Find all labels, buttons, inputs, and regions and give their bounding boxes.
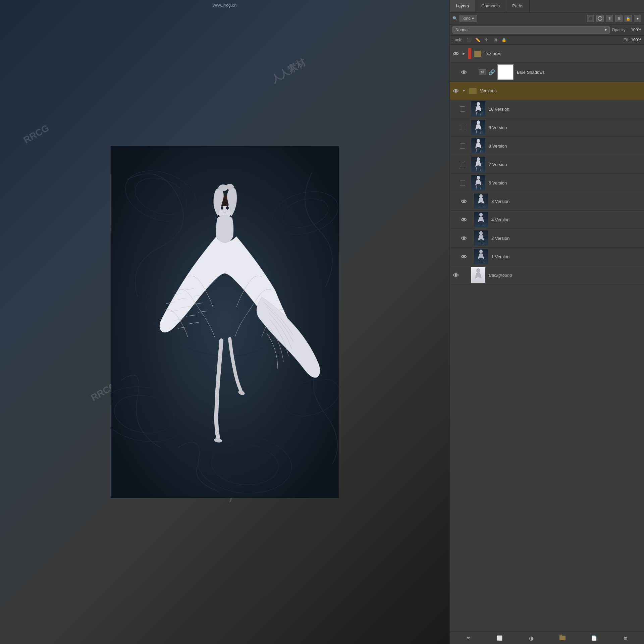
visibility-toggle[interactable] (452, 50, 460, 58)
layers-toolbar: fx ⬜ ◑ 📄 🗑 (450, 632, 644, 644)
lock-artboard-icon[interactable]: ⊞ (492, 37, 498, 43)
visibility-checkbox[interactable] (460, 125, 465, 130)
mask-thumbnail (497, 64, 514, 80)
layer-thumbnail (471, 157, 485, 172)
layer-name: 6 Version (487, 180, 642, 185)
eye-icon (461, 70, 467, 74)
blend-mode-value: Normal (455, 28, 469, 32)
layer-row[interactable]: 6 Version (450, 174, 644, 192)
visibility-toggle[interactable] (452, 271, 460, 279)
layer-name: 8 Version (487, 144, 642, 149)
svg-point-39 (479, 231, 483, 235)
canvas-image: www.rrcg.cn RRCG 人人素材 RRCG 人人素材 人人素材 (0, 0, 449, 644)
filter-icons: ⬛ T ⊞ 🔒 ● (587, 15, 641, 22)
layer-thumbnail (471, 101, 485, 117)
layer-row[interactable]: 9 Version (450, 118, 644, 137)
expand-icon[interactable]: ▼ (461, 88, 467, 94)
layer-thumbnail (474, 212, 488, 227)
layer-name: 9 Version (487, 125, 642, 130)
delete-button[interactable]: 🗑 (621, 634, 630, 642)
tab-layers[interactable]: Layers (450, 0, 475, 12)
opacity-value[interactable]: 100% (628, 28, 641, 32)
layer-thumbnail (471, 138, 485, 154)
lock-position-icon[interactable]: ✛ (484, 37, 490, 43)
layer-row[interactable]: ✉ 🔗 Blue Shadows (450, 63, 644, 82)
lock-all-icon[interactable]: 🔒 (501, 37, 507, 43)
svg-point-30 (221, 206, 223, 210)
eye-icon (453, 52, 459, 55)
chevron-down-icon: ▾ (472, 16, 474, 21)
layer-row[interactable]: Background (450, 266, 644, 284)
layer-row[interactable]: 10 Version (450, 100, 644, 118)
visibility-toggle[interactable] (460, 216, 468, 224)
layer-name: Versions (478, 88, 642, 93)
opacity-group: Opacity: 100% (612, 28, 641, 32)
new-layer-button[interactable]: 📄 (589, 634, 599, 642)
svg-point-36 (477, 176, 480, 180)
visibility-toggle[interactable] (452, 87, 460, 95)
svg-point-33 (477, 120, 480, 124)
svg-point-38 (479, 213, 483, 217)
crop-filter-icon[interactable]: ⊞ (615, 15, 623, 22)
visibility-checkbox[interactable] (460, 106, 465, 112)
tab-paths[interactable]: Paths (506, 0, 530, 12)
chain-link-icon: 🔗 (488, 69, 495, 75)
layer-thumbnail (474, 230, 488, 246)
fx-button[interactable]: fx (464, 634, 473, 642)
mask-button[interactable]: ⬜ (495, 634, 504, 642)
visibility-toggle[interactable] (460, 197, 468, 205)
layer-row[interactable]: 8 Version (450, 137, 644, 155)
dot-filter-icon[interactable]: ● (634, 15, 641, 22)
layer-name: 7 Version (487, 162, 642, 167)
new-layer-icon: 📄 (591, 635, 597, 641)
visibility-toggle[interactable] (460, 68, 468, 76)
dancer-container (111, 146, 339, 498)
eye-icon (461, 236, 467, 240)
layer-thumbnail (471, 175, 485, 191)
adjustment-button[interactable]: ◑ (527, 634, 536, 642)
visibility-toggle[interactable] (460, 234, 468, 242)
lock-pixels-icon[interactable]: ⬛ (466, 37, 472, 43)
lock-filter-icon[interactable]: 🔒 (625, 15, 632, 22)
group-button[interactable] (558, 634, 567, 642)
layer-thumbnail (474, 194, 488, 209)
chevron-blend-icon: ▾ (605, 28, 607, 32)
layer-name: 2 Version (489, 236, 642, 241)
visibility-toggle[interactable] (460, 253, 468, 261)
image-filter-icon[interactable]: ⬛ (587, 15, 594, 22)
svg-point-14 (226, 184, 234, 190)
layers-list[interactable]: ▶ Textures ✉ 🔗 Blue Shadows ▼ Versions (450, 45, 644, 632)
visibility-checkbox[interactable] (460, 162, 465, 167)
search-bar: 🔍 Kind ▾ ⬛ T ⊞ 🔒 ● (450, 13, 644, 24)
layer-thumbnail (474, 249, 488, 264)
layer-name: Textures (483, 51, 642, 56)
layer-name: 4 Version (489, 217, 642, 222)
expand-icon[interactable]: ▶ (461, 51, 467, 56)
layer-name: Blue Shadows (515, 70, 642, 75)
folder-icon (469, 88, 477, 94)
layer-row[interactable]: ▼ Versions (450, 82, 644, 100)
fx-icon: fx (467, 636, 470, 640)
kind-dropdown[interactable]: Kind ▾ (460, 15, 477, 22)
layer-name: 10 Version (487, 107, 642, 112)
layer-row[interactable]: 2 Version (450, 229, 644, 248)
visibility-checkbox[interactable] (460, 180, 465, 185)
layer-row[interactable]: 4 Version (450, 211, 644, 229)
panel-tabs: Layers Channels Paths (450, 0, 644, 13)
layer-name: 3 Version (489, 199, 642, 204)
layer-row[interactable]: ▶ Textures (450, 45, 644, 63)
svg-point-34 (477, 139, 480, 143)
layer-name: Background (487, 273, 642, 278)
lock-gradient-icon[interactable]: ✏️ (475, 37, 481, 43)
text-filter-icon[interactable]: T (606, 15, 613, 22)
circle-filter-icon[interactable] (596, 15, 604, 22)
visibility-checkbox[interactable] (460, 143, 465, 149)
trash-icon: 🗑 (623, 635, 628, 641)
layer-row[interactable]: 7 Version (450, 155, 644, 174)
fill-value[interactable]: 100% (631, 38, 641, 42)
blend-mode-dropdown[interactable]: Normal ▾ (452, 26, 610, 34)
layer-row[interactable]: 1 Version (450, 248, 644, 266)
tab-channels[interactable]: Channels (475, 0, 506, 12)
layer-row[interactable]: 3 Version (450, 192, 644, 211)
fill-group: Fill: 100% (624, 38, 641, 42)
